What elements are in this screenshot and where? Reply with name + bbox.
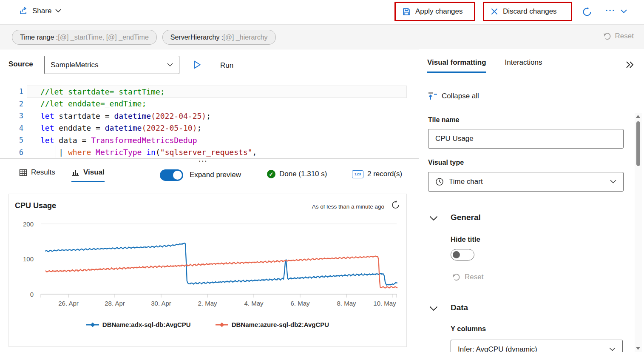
panel-tabs: Visual formatting Interactions [427,58,542,73]
refresh-button[interactable] [582,6,593,17]
expand-preview-label: Expand preview [190,171,241,179]
x-axis-tick-label: 2. May [198,300,217,307]
panel-scrollbar[interactable] [635,113,642,352]
editor-scrollbar-gutter[interactable] [407,86,407,158]
x-axis-tick-label: 4. May [244,300,264,307]
tab-visual[interactable]: Visual [71,168,105,182]
y-axis-tick-label: 100 [23,255,34,263]
save-icon [402,7,411,16]
editor-line[interactable]: 5let data = TransformedMetricsDedup [0,134,419,146]
tile-name-input[interactable]: CPU Usage [428,129,624,149]
editor-line[interactable]: 3let startdate = datetime(2022-04-25); [0,110,419,122]
editor-line[interactable]: 6 | where MetricType in("sqlserver_reque… [0,146,419,159]
collapse-all-button[interactable]: Collapse all [427,92,479,101]
record-count-label: 2 record(s) [367,170,402,178]
general-section-chevron[interactable] [429,216,438,221]
source-select[interactable]: SampleMetrics [44,56,179,74]
collapse-panel-button[interactable] [625,61,635,69]
run-label[interactable]: Run [220,61,233,70]
code-token: TransformedMetricsDedup [91,136,197,145]
editor-resize-handle[interactable]: ••• [199,159,208,163]
hide-title-toggle[interactable] [451,249,474,260]
undo-icon [452,273,460,281]
tab-results-label: Results [31,168,55,177]
adx-dashboard-tile-editor: Share Apply changes Discard changes [0,0,644,352]
run-button[interactable] [192,60,202,70]
scroll-up-arrow[interactable] [636,115,640,118]
scrollbar-thumb[interactable] [636,121,640,166]
tab-results[interactable]: Results [19,168,55,181]
code-token: let [40,136,54,145]
section-divider [427,296,624,296]
y-columns-select[interactable]: Infer: AvgCPU (dynamic) [451,340,623,352]
more-icon: ··· [605,5,616,15]
x-axis-tick-label: 8. May [337,300,356,307]
discard-changes-button[interactable]: Discard changes [491,7,557,16]
line-number: 1 [0,87,23,96]
code-text: | where MetricType in("sqlserver_request… [40,148,257,157]
time-chart-plot[interactable]: 010020026. Apr28. Apr30. Apr2. May4. May… [9,215,407,324]
filter-bar: Time range : [@] _startTime, [@] _endTim… [0,25,644,49]
data-section-chevron[interactable] [429,306,438,312]
query-editor[interactable]: 1//let startdate=_startTime;2//let endda… [0,86,419,158]
legend-marker-icon [86,322,99,327]
code-token: | [40,148,68,157]
record-count: 123 2 record(s) [352,170,402,178]
code-token: MetricType [96,148,142,157]
share-button[interactable]: Share [19,6,61,15]
top-toolbar: Share Apply changes Discard changes [0,0,644,25]
visual-type-value: Time chart [449,177,605,186]
collapse-all-icon [427,92,437,101]
y-columns-value: Infer: AvgCPU (dynamic) [458,345,609,352]
pill-parameter-value: [@] _startTime, [@] _endTime [58,34,149,41]
line-number: 6 [0,148,23,157]
chevron-down-icon [167,63,173,67]
editor-divider [0,158,419,159]
undo-icon [603,32,611,40]
series-line [45,243,397,285]
filters-reset-label: Reset [615,32,634,40]
line-number: 4 [0,124,23,132]
line-number: 5 [0,136,23,144]
editor-line[interactable]: 4let enddate = datetime(2022-05-10); [0,122,419,135]
y-columns-label: Y columns [451,325,486,333]
more-options-button[interactable]: ··· [605,6,616,14]
general-section-title[interactable]: General [451,213,481,222]
filters-reset-button[interactable]: Reset [603,32,634,40]
code-token: in [146,148,156,157]
editor-line[interactable]: 1//let startdate=_startTime; [0,86,419,98]
code-token: ; [197,123,201,132]
legend-item[interactable]: DBName:adx-sql-db:AvgCPU [86,321,191,328]
code-token: enddate = [54,123,105,132]
apply-changes-button[interactable]: Apply changes [402,7,463,16]
data-section-title[interactable]: Data [451,303,468,312]
visual-type-select[interactable]: Time chart [428,172,624,192]
scroll-down-arrow[interactable] [636,347,640,350]
tab-interactions[interactable]: Interactions [505,58,542,72]
legend-item[interactable]: DBName:azure-sql-db2:AvgCPU [216,321,329,328]
y-axis-tick-label: 0 [30,291,34,298]
general-reset-button[interactable]: Reset [452,273,483,281]
annotation-box-discard: Discard changes [483,2,572,21]
hide-title-label: Hide title [451,235,480,243]
filter-pill[interactable]: Time range : [@] _startTime, [@] _endTim… [12,30,157,45]
tile-name-label: Tile name [428,116,460,124]
chart-refresh-button[interactable] [391,200,400,210]
chart-title: CPU Usage [15,201,56,210]
x-axis-tick-label: 6. May [290,300,310,307]
code-token: let [40,112,54,120]
tab-visual-formatting[interactable]: Visual formatting [427,58,486,73]
source-selected-value: SampleMetrics [51,61,167,69]
code-text: let enddate = datetime(2022-05-10); [40,123,201,132]
editor-line[interactable]: 2//let enddate=_endTime; [0,98,419,110]
tab-visual-label: Visual [83,168,105,177]
expand-preview-toggle[interactable] [160,169,183,181]
toolbar-expand-button[interactable] [621,9,627,14]
chevron-down-icon [55,9,61,13]
pill-parameter-value: [@] _hierarchy [223,34,267,41]
filter-pill[interactable]: ServerHierarchy : [@] _hierarchy [162,30,276,45]
x-axis-tick-label: 26. Apr [58,300,79,307]
query-status: ✓ Done (1.310 s) [267,170,327,178]
visual-type-label: Visual type [428,159,464,166]
records-badge-icon: 123 [352,170,363,178]
